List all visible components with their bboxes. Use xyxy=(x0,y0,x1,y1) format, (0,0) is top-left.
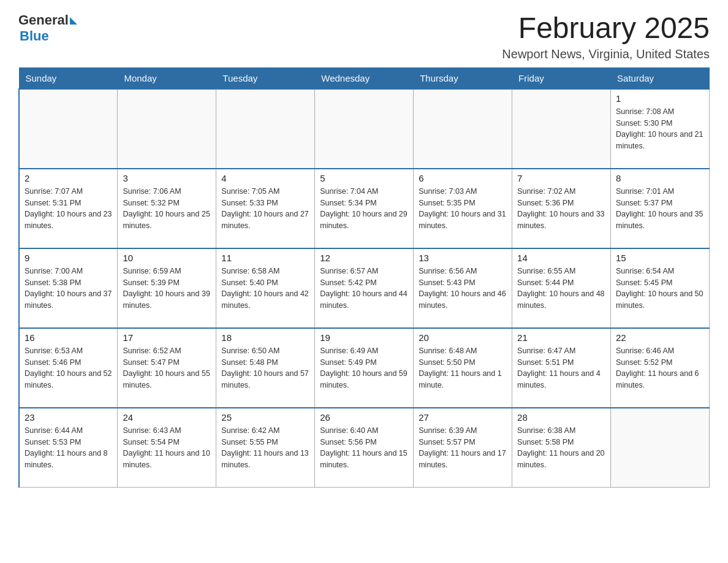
location-title: Newport News, Virginia, United States xyxy=(502,47,710,61)
day-number: 10 xyxy=(123,253,211,263)
day-info: Sunrise: 6:59 AM Sunset: 5:39 PM Dayligh… xyxy=(123,266,211,312)
calendar-header-monday: Monday xyxy=(118,67,216,89)
calendar-cell: 21Sunrise: 6:47 AM Sunset: 5:51 PM Dayli… xyxy=(512,328,611,408)
day-number: 16 xyxy=(25,332,112,343)
day-info: Sunrise: 7:00 AM Sunset: 5:38 PM Dayligh… xyxy=(25,266,112,312)
calendar-cell: 7Sunrise: 7:02 AM Sunset: 5:36 PM Daylig… xyxy=(512,169,611,248)
calendar-cell: 18Sunrise: 6:50 AM Sunset: 5:48 PM Dayli… xyxy=(216,328,315,408)
day-info: Sunrise: 6:58 AM Sunset: 5:40 PM Dayligh… xyxy=(221,266,309,312)
day-info: Sunrise: 6:56 AM Sunset: 5:43 PM Dayligh… xyxy=(419,266,507,312)
day-number: 13 xyxy=(419,253,507,263)
day-info: Sunrise: 6:43 AM Sunset: 5:54 PM Dayligh… xyxy=(123,425,211,471)
day-number: 27 xyxy=(419,412,507,423)
day-number: 26 xyxy=(320,412,408,423)
day-number: 22 xyxy=(616,332,704,343)
calendar-cell: 13Sunrise: 6:56 AM Sunset: 5:43 PM Dayli… xyxy=(414,248,512,328)
calendar-cell: 15Sunrise: 6:54 AM Sunset: 5:45 PM Dayli… xyxy=(611,248,710,328)
day-info: Sunrise: 6:50 AM Sunset: 5:48 PM Dayligh… xyxy=(221,345,309,391)
calendar-cell: 26Sunrise: 6:40 AM Sunset: 5:56 PM Dayli… xyxy=(315,408,414,488)
day-info: Sunrise: 6:40 AM Sunset: 5:56 PM Dayligh… xyxy=(320,425,408,471)
day-number: 5 xyxy=(320,173,408,183)
day-number: 6 xyxy=(419,173,507,183)
logo-text-general: General xyxy=(18,12,69,28)
calendar-cell: 9Sunrise: 7:00 AM Sunset: 5:38 PM Daylig… xyxy=(19,248,118,328)
day-info: Sunrise: 6:39 AM Sunset: 5:57 PM Dayligh… xyxy=(419,425,507,471)
calendar-cell: 22Sunrise: 6:46 AM Sunset: 5:52 PM Dayli… xyxy=(611,328,710,408)
day-info: Sunrise: 6:57 AM Sunset: 5:42 PM Dayligh… xyxy=(320,266,408,312)
title-block: February 2025 Newport News, Virginia, Un… xyxy=(502,12,710,61)
day-info: Sunrise: 7:06 AM Sunset: 5:32 PM Dayligh… xyxy=(123,186,211,232)
day-info: Sunrise: 7:03 AM Sunset: 5:35 PM Dayligh… xyxy=(419,186,507,232)
day-number: 9 xyxy=(25,253,112,263)
day-number: 17 xyxy=(123,332,211,343)
day-info: Sunrise: 6:44 AM Sunset: 5:53 PM Dayligh… xyxy=(25,425,112,471)
calendar-week-row: 16Sunrise: 6:53 AM Sunset: 5:46 PM Dayli… xyxy=(19,328,710,408)
day-info: Sunrise: 6:52 AM Sunset: 5:47 PM Dayligh… xyxy=(123,345,211,391)
day-info: Sunrise: 6:55 AM Sunset: 5:44 PM Dayligh… xyxy=(517,266,605,312)
calendar-cell: 6Sunrise: 7:03 AM Sunset: 5:35 PM Daylig… xyxy=(414,169,512,248)
calendar-week-row: 2Sunrise: 7:07 AM Sunset: 5:31 PM Daylig… xyxy=(19,169,710,248)
day-info: Sunrise: 6:46 AM Sunset: 5:52 PM Dayligh… xyxy=(616,345,704,391)
day-number: 3 xyxy=(123,173,211,183)
calendar-header-row: SundayMondayTuesdayWednesdayThursdayFrid… xyxy=(19,67,710,89)
calendar-header-saturday: Saturday xyxy=(611,67,710,89)
calendar-week-row: 9Sunrise: 7:00 AM Sunset: 5:38 PM Daylig… xyxy=(19,248,710,328)
day-number: 12 xyxy=(320,253,408,263)
calendar-cell: 23Sunrise: 6:44 AM Sunset: 5:53 PM Dayli… xyxy=(19,408,118,488)
day-number: 21 xyxy=(517,332,605,343)
calendar-cell: 11Sunrise: 6:58 AM Sunset: 5:40 PM Dayli… xyxy=(216,248,315,328)
day-info: Sunrise: 6:42 AM Sunset: 5:55 PM Dayligh… xyxy=(221,425,309,471)
calendar-cell: 1Sunrise: 7:08 AM Sunset: 5:30 PM Daylig… xyxy=(611,89,710,169)
page-header: General Blue February 2025 Newport News,… xyxy=(18,12,710,61)
calendar-cell: 17Sunrise: 6:52 AM Sunset: 5:47 PM Dayli… xyxy=(118,328,216,408)
day-number: 14 xyxy=(517,253,605,263)
day-info: Sunrise: 7:04 AM Sunset: 5:34 PM Dayligh… xyxy=(320,186,408,232)
day-number: 20 xyxy=(419,332,507,343)
calendar-header-wednesday: Wednesday xyxy=(315,67,414,89)
day-info: Sunrise: 6:48 AM Sunset: 5:50 PM Dayligh… xyxy=(419,345,507,391)
day-info: Sunrise: 6:38 AM Sunset: 5:58 PM Dayligh… xyxy=(517,425,605,471)
day-info: Sunrise: 6:47 AM Sunset: 5:51 PM Dayligh… xyxy=(517,345,605,391)
calendar-week-row: 23Sunrise: 6:44 AM Sunset: 5:53 PM Dayli… xyxy=(19,408,710,488)
calendar-cell: 27Sunrise: 6:39 AM Sunset: 5:57 PM Dayli… xyxy=(414,408,512,488)
day-info: Sunrise: 7:05 AM Sunset: 5:33 PM Dayligh… xyxy=(221,186,309,232)
day-number: 8 xyxy=(616,173,704,183)
calendar-week-row: 1Sunrise: 7:08 AM Sunset: 5:30 PM Daylig… xyxy=(19,89,710,169)
day-number: 25 xyxy=(221,412,309,423)
day-number: 11 xyxy=(221,253,309,263)
month-title: February 2025 xyxy=(502,12,710,45)
day-info: Sunrise: 6:54 AM Sunset: 5:45 PM Dayligh… xyxy=(616,266,704,312)
calendar-header-tuesday: Tuesday xyxy=(216,67,315,89)
calendar-cell: 28Sunrise: 6:38 AM Sunset: 5:58 PM Dayli… xyxy=(512,408,611,488)
day-number: 7 xyxy=(517,173,605,183)
logo-text-blue: Blue xyxy=(20,28,77,44)
day-number: 2 xyxy=(25,173,112,183)
calendar-header-friday: Friday xyxy=(512,67,611,89)
calendar-cell: 19Sunrise: 6:49 AM Sunset: 5:49 PM Dayli… xyxy=(315,328,414,408)
calendar-cell xyxy=(216,89,315,169)
calendar-table: SundayMondayTuesdayWednesdayThursdayFrid… xyxy=(18,67,710,488)
calendar-cell xyxy=(414,89,512,169)
day-number: 1 xyxy=(616,93,704,104)
day-info: Sunrise: 6:53 AM Sunset: 5:46 PM Dayligh… xyxy=(25,345,112,391)
calendar-cell: 8Sunrise: 7:01 AM Sunset: 5:37 PM Daylig… xyxy=(611,169,710,248)
day-number: 28 xyxy=(517,412,605,423)
calendar-header-sunday: Sunday xyxy=(19,67,118,89)
day-number: 4 xyxy=(221,173,309,183)
day-info: Sunrise: 6:49 AM Sunset: 5:49 PM Dayligh… xyxy=(320,345,408,391)
calendar-cell: 25Sunrise: 6:42 AM Sunset: 5:55 PM Dayli… xyxy=(216,408,315,488)
day-number: 15 xyxy=(616,253,704,263)
calendar-cell xyxy=(512,89,611,169)
day-info: Sunrise: 7:07 AM Sunset: 5:31 PM Dayligh… xyxy=(25,186,112,232)
day-number: 18 xyxy=(221,332,309,343)
day-number: 23 xyxy=(25,412,112,423)
day-info: Sunrise: 7:02 AM Sunset: 5:36 PM Dayligh… xyxy=(517,186,605,232)
calendar-cell: 24Sunrise: 6:43 AM Sunset: 5:54 PM Dayli… xyxy=(118,408,216,488)
calendar-cell: 10Sunrise: 6:59 AM Sunset: 5:39 PM Dayli… xyxy=(118,248,216,328)
calendar-header-thursday: Thursday xyxy=(414,67,512,89)
calendar-cell xyxy=(118,89,216,169)
calendar-cell: 12Sunrise: 6:57 AM Sunset: 5:42 PM Dayli… xyxy=(315,248,414,328)
day-info: Sunrise: 7:01 AM Sunset: 5:37 PM Dayligh… xyxy=(616,186,704,232)
calendar-cell: 2Sunrise: 7:07 AM Sunset: 5:31 PM Daylig… xyxy=(19,169,118,248)
calendar-cell: 3Sunrise: 7:06 AM Sunset: 5:32 PM Daylig… xyxy=(118,169,216,248)
